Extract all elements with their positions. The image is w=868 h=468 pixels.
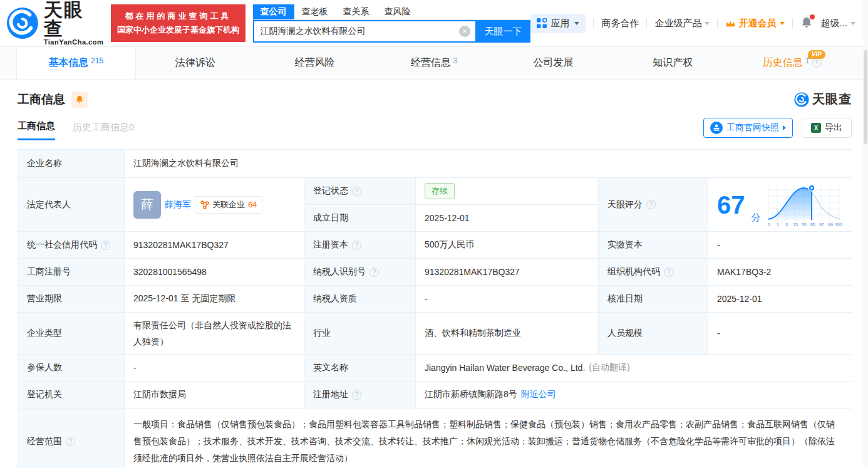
help-icon[interactable] xyxy=(352,241,361,250)
svg-text:0: 0 xyxy=(768,222,770,227)
tab-operation-risk[interactable]: 经营风险 xyxy=(255,47,375,79)
avatar[interactable]: 薛 xyxy=(133,191,161,219)
business-term-value: 2025-12-01 至 无固定期限 xyxy=(125,286,304,313)
help-icon[interactable] xyxy=(369,268,379,277)
open-vip-button[interactable]: 开通会员 xyxy=(725,18,785,29)
notifications-bell[interactable] xyxy=(800,16,813,31)
search-box xyxy=(253,20,476,43)
svg-text:99: 99 xyxy=(828,222,833,227)
related-companies-badge[interactable]: 关联企业 64 xyxy=(195,196,262,214)
scrollbar-thumb[interactable] xyxy=(864,50,867,144)
reg-status-label: 登记状态 xyxy=(304,178,416,205)
company-name-value: 江阴海澜之水饮料有限公司 xyxy=(125,150,852,178)
related-label: 关联企业 xyxy=(212,199,245,211)
help-icon[interactable] xyxy=(101,241,110,250)
notification-dot xyxy=(810,14,815,19)
main-content: 工商信息 天眼查 工商信息 历史工商信息0 xyxy=(0,80,868,468)
excel-icon xyxy=(811,123,821,133)
enterprise-label: 企业级产品 xyxy=(654,18,701,29)
official-snapshot-button[interactable]: 工商官网快照 xyxy=(703,118,793,138)
established-value: 2025-12-01 xyxy=(416,205,599,232)
search-tab-relation[interactable]: 查关系 xyxy=(336,4,377,19)
tab-label: 公司发展 xyxy=(534,56,574,70)
legal-rep-link[interactable]: 薛海军 xyxy=(165,199,191,211)
chevron-down-icon xyxy=(705,22,710,25)
chevron-down-icon xyxy=(850,22,855,25)
network-icon xyxy=(200,200,209,209)
vip-label: 开通会员 xyxy=(738,18,776,29)
nav-super-vip[interactable]: 超级... xyxy=(820,18,855,29)
label-text: 经营范围 xyxy=(27,436,62,447)
related-count: 64 xyxy=(248,200,257,209)
monitor-bell-button[interactable] xyxy=(71,91,88,108)
help-icon[interactable] xyxy=(646,200,656,209)
chevron-down-icon xyxy=(780,22,785,25)
logo-title: 天眼查 xyxy=(44,1,104,38)
help-icon[interactable] xyxy=(352,187,361,196)
divider xyxy=(717,18,718,28)
reg-address-label: 注册地址 xyxy=(304,382,416,408)
search-tab-risk[interactable]: 查风险 xyxy=(377,4,418,19)
crown-icon xyxy=(725,19,736,28)
export-button[interactable]: 导出 xyxy=(802,118,852,138)
nav-cooperation[interactable]: 商务合作 xyxy=(601,18,639,29)
top-nav: 应用 商务合作 企业级产品 开通会员 超级... xyxy=(530,14,855,33)
subtab-history-business-info[interactable]: 历史工商信息0 xyxy=(73,122,134,140)
logo-subtitle: TianYanCha.com xyxy=(44,38,104,46)
clear-icon[interactable] xyxy=(459,26,470,37)
approved-date-value: 2025-12-01 xyxy=(708,286,852,313)
taxpayer-quality-label: 纳税人资质 xyxy=(304,286,416,313)
english-name-label: 英文名称 xyxy=(304,355,416,382)
chevron-down-icon xyxy=(574,22,579,25)
taxpayer-id-value: 91320281MAK17BQ327 xyxy=(416,259,599,286)
tab-basic-info[interactable]: 基本信息 215 xyxy=(16,47,136,79)
score-unit: 分 xyxy=(752,212,761,224)
label-text: 天眼评分 xyxy=(607,199,643,211)
score-cell[interactable]: 67 分 xyxy=(708,178,852,232)
status-badge: 存续 xyxy=(425,183,455,199)
tianyancha-logo[interactable]: 天眼查 TianYanCha.com xyxy=(6,1,103,46)
paid-capital-value: - xyxy=(708,232,852,259)
nearby-companies-link[interactable]: 附近公司 xyxy=(521,389,556,400)
help-icon[interactable] xyxy=(812,58,822,68)
nav-enterprise-product[interactable]: 企业级产品 xyxy=(654,18,710,29)
score-label: 天眼评分 xyxy=(599,178,708,232)
help-icon[interactable] xyxy=(352,390,361,400)
subtab-business-info[interactable]: 工商信息 xyxy=(18,120,55,140)
company-section-tabs: 基本信息 215 法律诉讼 经营风险 经营信息 3 公司发展 知识产权 VIP … xyxy=(0,47,868,80)
tab-history-info[interactable]: VIP 历史信息 1 xyxy=(732,47,852,79)
taxpayer-quality-value: - xyxy=(416,286,599,313)
tab-intellectual-property[interactable]: 知识产权 xyxy=(613,47,733,79)
search-tab-company[interactable]: 查公司 xyxy=(253,4,294,19)
scrollbar[interactable] xyxy=(863,0,868,468)
tab-label: 法律诉讼 xyxy=(175,56,215,70)
help-icon[interactable] xyxy=(664,268,673,277)
tab-label: 知识产权 xyxy=(653,56,693,70)
search-tab-boss[interactable]: 查老板 xyxy=(294,4,336,19)
established-label: 成立日期 xyxy=(304,205,416,232)
tianyancha-logo-icon xyxy=(794,92,809,107)
divider xyxy=(792,18,793,28)
help-icon[interactable] xyxy=(66,437,75,446)
tab-legal-proceedings[interactable]: 法律诉讼 xyxy=(136,47,256,79)
top-header: 天眼查 TianYanCha.com 都在用的商业查询工具 国家中小企业发展子基… xyxy=(0,0,868,47)
search-button[interactable]: 天眼一下 xyxy=(475,20,530,43)
apps-menu[interactable]: 应用 xyxy=(530,14,586,33)
company-type-label: 企业类型 xyxy=(18,313,125,355)
search-tabs: 查公司 查老板 查关系 查风险 xyxy=(253,4,531,20)
tab-label: 历史信息 xyxy=(763,56,803,70)
reg-address-value: 江阴市新桥镇陶新路8号 xyxy=(425,389,517,400)
industry-label: 行业 xyxy=(304,313,416,355)
promo-line2: 国家中小企业发展子基金旗下机构 xyxy=(117,24,239,36)
tab-company-development[interactable]: 公司发展 xyxy=(493,47,613,79)
chevron-right-icon xyxy=(783,125,786,130)
tab-operation-info[interactable]: 经营信息 3 xyxy=(375,47,494,79)
staff-size-value: - xyxy=(708,313,852,355)
svg-text:1: 1 xyxy=(777,222,779,227)
reg-address-cell: 江阴市新桥镇陶新路8号 附近公司 xyxy=(416,382,852,408)
search-input[interactable] xyxy=(254,26,460,36)
export-label: 导出 xyxy=(825,122,842,133)
paid-capital-label: 实缴资本 xyxy=(599,232,708,259)
tianyancha-logo-icon xyxy=(6,7,39,39)
company-type-value: 有限责任公司（非自然人投资或控股的法人独资） xyxy=(125,313,304,355)
